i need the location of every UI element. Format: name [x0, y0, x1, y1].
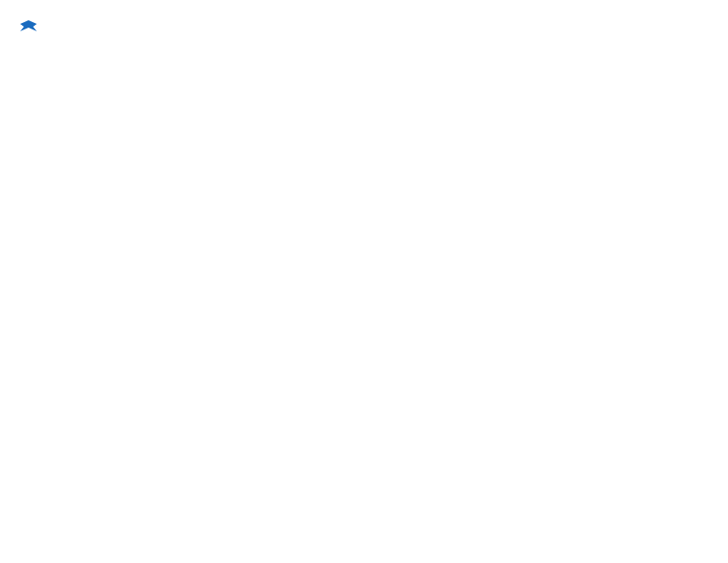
logo [18, 18, 37, 31]
svg-marker-0 [20, 20, 37, 31]
logo-bird-icon [20, 18, 37, 35]
page-header [18, 18, 710, 31]
